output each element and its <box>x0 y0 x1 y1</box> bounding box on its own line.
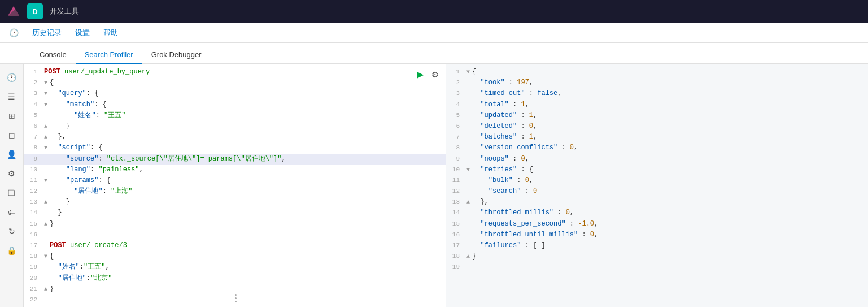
editor-toolbar: ▶ ⚙ <box>415 68 441 81</box>
fold-18[interactable]: ▼ <box>44 252 50 261</box>
out-line-14: 14 "throttled_millis" : 0, <box>446 207 868 218</box>
run-button[interactable]: ▶ <box>415 68 426 81</box>
fold-11[interactable]: ▼ <box>44 176 50 185</box>
code-line-21: 21 ▲ } <box>24 284 446 295</box>
out-line-2: 2 "took" : 197, <box>446 77 868 88</box>
right-panel: 1 ▼ { 2 "took" : 197, 3 "timed_out" : fa… <box>446 64 868 307</box>
out-line-9: 9 "noops" : 0, <box>446 154 868 165</box>
tabs-bar: Console Search Profiler Grok Debugger <box>0 43 868 64</box>
clock-menu-icon: 🕐 <box>9 28 19 37</box>
sidebar-user-icon[interactable]: 👤 <box>3 146 20 163</box>
code-line-1: 1 POST user/_update_by_query <box>24 67 446 77</box>
out-line-19: 19 <box>446 262 868 273</box>
code-line-12: 12 "居住地": "上海" <box>24 186 446 197</box>
menu-bar: 🕐 历史记录 设置 帮助 <box>0 23 868 43</box>
code-line-18: 18 ▼ { <box>24 251 446 262</box>
fold-out-18[interactable]: ▲ <box>466 252 472 261</box>
top-bar: D 开发工具 <box>0 0 868 23</box>
code-line-3: 3 ▼ "query": { <box>24 88 446 99</box>
code-line-17: 17 POST user/_create/3 <box>24 240 446 251</box>
fold-4[interactable]: ▼ <box>44 101 50 110</box>
out-line-7: 7 "batches" : 1, <box>446 132 868 142</box>
out-line-16: 16 "throttled_until_millis" : 0, <box>446 230 868 240</box>
output-editor: 1 ▼ { 2 "took" : 197, 3 "timed_out" : fa… <box>446 64 868 275</box>
fold-6[interactable]: ▲ <box>44 122 50 131</box>
settings-button[interactable]: ⚙ <box>429 69 441 80</box>
out-line-8: 8 "version_conflicts" : 0, <box>446 142 868 153</box>
code-line-4: 4 ▼ "match": { <box>24 100 446 110</box>
out-line-5: 5 "updated" : 1, <box>446 110 868 121</box>
code-line-14: 14 } <box>24 207 446 218</box>
fold-15[interactable]: ▲ <box>44 220 50 229</box>
code-line-9: 9 "source": "ctx._source[\"居住地\"]= param… <box>24 154 446 165</box>
out-line-4: 4 "total" : 1, <box>446 100 868 110</box>
app-title: 开发工具 <box>50 6 79 16</box>
fold-out-10[interactable]: ▼ <box>466 166 472 175</box>
code-editor[interactable]: 1 POST user/_update_by_query 2 ▼ { 3 ▼ "… <box>24 64 446 307</box>
sidebar-clock-icon[interactable]: 🕐 <box>3 69 20 86</box>
main-layout: 🕐 ☰ ⊞ ◻ 👤 ⚙ ❑ 🏷 ↻ 🔒 ▶ ⚙ 1 POST user/_upd… <box>0 64 868 307</box>
code-line-13: 13 ▲ } <box>24 197 446 207</box>
code-line-6: 6 ▲ } <box>24 121 446 132</box>
left-panel[interactable]: ▶ ⚙ 1 POST user/_update_by_query 2 ▼ { 3 <box>24 64 446 307</box>
out-line-12: 12 "search" : 0 <box>446 186 868 197</box>
resize-handle[interactable] <box>235 294 237 302</box>
fold-2[interactable]: ▼ <box>44 79 50 88</box>
editor-area: ▶ ⚙ 1 POST user/_update_by_query 2 ▼ { 3 <box>24 64 868 307</box>
tab-search-profiler[interactable]: Search Profiler <box>76 46 142 64</box>
code-line-20: 20 "居住地":"北京" <box>24 273 446 284</box>
sidebar-lock-icon[interactable]: 🔒 <box>3 242 20 259</box>
code-line-7: 7 ▲ }, <box>24 132 446 142</box>
tab-grok-debugger[interactable]: Grok Debugger <box>142 46 211 64</box>
code-line-15: 15 ▲ } <box>24 219 446 230</box>
sidebar-grid-icon[interactable]: ⊞ <box>3 107 20 124</box>
code-line-10: 10 "lang": "painless", <box>24 165 446 175</box>
sidebar-refresh-icon[interactable]: ↻ <box>3 223 20 240</box>
code-line-5: 5 "姓名": "王五" <box>24 110 446 121</box>
out-line-10: 10 ▼ "retries" : { <box>446 165 868 175</box>
out-line-6: 6 "deleted" : 0, <box>446 121 868 132</box>
sidebar-tag-icon[interactable]: 🏷 <box>3 204 20 220</box>
out-line-18: 18 ▲ } <box>446 251 868 262</box>
out-line-11: 11 "bulk" : 0, <box>446 175 868 186</box>
user-avatar[interactable]: D <box>27 3 43 19</box>
fold-21[interactable]: ▲ <box>44 285 50 294</box>
code-line-2: 2 ▼ { <box>24 77 446 88</box>
kibana-logo <box>7 5 20 18</box>
out-line-17: 17 "failures" : [ ] <box>446 240 868 251</box>
sidebar-layers-icon[interactable]: ❑ <box>3 184 20 201</box>
fold-3[interactable]: ▼ <box>44 89 50 98</box>
out-line-3: 3 "timed_out" : false, <box>446 88 868 99</box>
sidebar-list-icon[interactable]: ☰ <box>3 88 20 105</box>
out-line-15: 15 "requests_per_second" : -1.0, <box>446 219 868 230</box>
sidebar-box-icon[interactable]: ◻ <box>3 127 20 144</box>
out-line-13: 13 ▲ }, <box>446 197 868 207</box>
fold-out-1[interactable]: ▼ <box>466 68 472 77</box>
code-line-16: 16 <box>24 230 446 240</box>
code-line-11: 11 ▼ "params": { <box>24 175 446 186</box>
out-line-1: 1 ▼ { <box>446 67 868 77</box>
sidebar-gear-icon[interactable]: ⚙ <box>3 165 20 182</box>
fold-13[interactable]: ▲ <box>44 198 50 207</box>
fold-8[interactable]: ▼ <box>44 144 50 153</box>
fold-7[interactable]: ▲ <box>44 133 50 142</box>
sidebar: 🕐 ☰ ⊞ ◻ 👤 ⚙ ❑ 🏷 ↻ 🔒 <box>0 64 24 307</box>
menu-settings[interactable]: 设置 <box>75 28 90 38</box>
code-line-19: 19 "姓名":"王五", <box>24 262 446 273</box>
fold-out-13[interactable]: ▲ <box>466 198 472 207</box>
menu-history[interactable]: 历史记录 <box>32 28 62 38</box>
tab-console[interactable]: Console <box>30 46 76 64</box>
code-line-8: 8 ▼ "script": { <box>24 142 446 153</box>
menu-help[interactable]: 帮助 <box>103 28 118 38</box>
